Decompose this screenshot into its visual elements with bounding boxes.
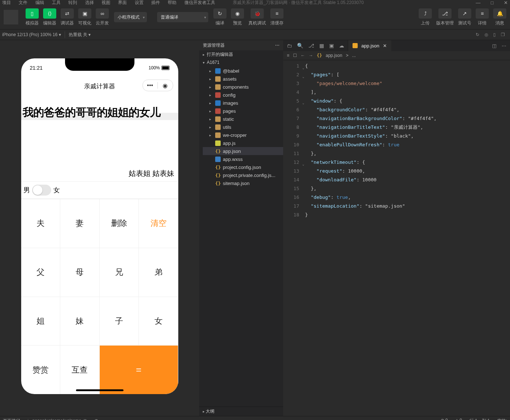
messages-button[interactable]: 🔔消息 bbox=[493, 8, 506, 26]
tree-item-app-js[interactable]: app.js bbox=[203, 139, 283, 147]
mode-select[interactable]: 小程序模式▾ bbox=[114, 12, 147, 22]
cursor-position[interactable]: 行 1，列 1 bbox=[469, 418, 490, 420]
device-select[interactable]: iPhone 12/13 (Pro) 100% 16 ▾ bbox=[2, 32, 61, 37]
compile-select[interactable]: 普通编译▾ bbox=[157, 12, 208, 22]
search-icon[interactable]: 🔍 bbox=[297, 43, 303, 49]
extensions-icon[interactable]: ▦ bbox=[319, 43, 324, 49]
menu-item[interactable]: 设置 bbox=[135, 0, 144, 5]
menu-item[interactable]: 界面 bbox=[118, 0, 127, 5]
tree-item-static[interactable]: ▸static bbox=[203, 115, 283, 123]
compile-button[interactable]: ↻编译 bbox=[213, 8, 227, 26]
git-branch-icon[interactable]: ⎇ bbox=[308, 43, 314, 49]
menu-item[interactable]: 帮助 bbox=[168, 0, 176, 5]
menu-item[interactable]: 转到 bbox=[68, 0, 77, 5]
menu-item[interactable]: 微信开发者工具 bbox=[184, 0, 215, 5]
tree-item--babel[interactable]: ▸@babel bbox=[203, 67, 283, 75]
tree-item-config[interactable]: ▸config bbox=[203, 91, 283, 99]
page-path-label[interactable]: 页面路径 ▾ bbox=[3, 418, 24, 420]
key-daughter[interactable]: 女 bbox=[139, 297, 178, 346]
simulator-button[interactable]: ▯模拟器 bbox=[26, 8, 39, 26]
file-explorer-icon[interactable]: 🗀 bbox=[287, 43, 292, 49]
key-son[interactable]: 子 bbox=[100, 297, 139, 346]
key-younger-sister[interactable]: 妹 bbox=[60, 297, 100, 346]
key-swap[interactable]: 互查 bbox=[60, 345, 100, 394]
key-mother[interactable]: 母 bbox=[60, 248, 100, 297]
capsule-more-icon[interactable]: ••• bbox=[143, 82, 158, 89]
key-delete[interactable]: 删除 bbox=[100, 199, 139, 248]
gender-toggle[interactable] bbox=[32, 185, 51, 196]
hot-reload-select[interactable]: 热重载 关 ▾ bbox=[69, 32, 91, 38]
key-elder-brother[interactable]: 兄 bbox=[100, 248, 139, 297]
indent[interactable]: 空格: bbox=[497, 418, 507, 420]
key-wife[interactable]: 妻 bbox=[60, 199, 100, 248]
clear-cache-button[interactable]: ≡清缓存 bbox=[270, 8, 283, 26]
tree-item-sitemap-json[interactable]: {}sitemap.json bbox=[203, 179, 283, 187]
menu-item[interactable]: 工具 bbox=[52, 0, 61, 5]
back-icon[interactable]: ← bbox=[301, 53, 305, 58]
breadcrumb-file[interactable]: app.json bbox=[326, 53, 342, 58]
cloud-button[interactable]: ∞云开发 bbox=[96, 8, 109, 26]
tree-item-components[interactable]: ▸components bbox=[203, 83, 283, 91]
window-close-icon[interactable]: ✕ bbox=[504, 0, 508, 5]
menu-item[interactable]: 视图 bbox=[102, 0, 110, 5]
tree-item-images[interactable]: ▸images bbox=[203, 99, 283, 107]
capsule-close-icon[interactable]: ◉ bbox=[158, 82, 173, 89]
capsule-button[interactable]: •••◉ bbox=[142, 80, 173, 91]
debugger-button[interactable]: ⇄调试器 bbox=[61, 8, 74, 26]
tree-item-app-wxss[interactable]: app.wxss bbox=[203, 155, 283, 163]
tree-item-we-cropper[interactable]: ▸we-cropper bbox=[203, 131, 283, 139]
breadcrumb-more[interactable]: ... bbox=[352, 53, 356, 58]
page-path[interactable]: pages/welcome/welcome bbox=[32, 418, 81, 420]
menu-item[interactable]: 选择 bbox=[85, 0, 94, 5]
key-clear[interactable]: 清空 bbox=[139, 199, 178, 248]
cloud-icon[interactable]: ☁ bbox=[339, 43, 344, 49]
window-minimize-icon[interactable]: — bbox=[476, 0, 480, 5]
menu-item[interactable]: 编辑 bbox=[35, 0, 44, 5]
toc-icon[interactable]: ≡ bbox=[287, 53, 289, 58]
testid-button[interactable]: ↗测试号 bbox=[458, 8, 471, 26]
open-editors-section[interactable]: 打开的编辑器 bbox=[199, 50, 283, 59]
menu-item[interactable]: 文件 bbox=[19, 0, 27, 5]
version-button[interactable]: ⎇版本管理 bbox=[436, 8, 454, 26]
key-husband[interactable]: 夫 bbox=[21, 199, 61, 248]
tree-item-app-json[interactable]: {}app.json bbox=[203, 147, 283, 155]
project-section[interactable]: A1671 bbox=[199, 59, 283, 66]
split-editor-icon[interactable]: ◫ bbox=[492, 43, 496, 49]
project-avatar[interactable] bbox=[4, 10, 18, 24]
remote-debug-button[interactable]: 🐞真机调试 bbox=[248, 8, 266, 26]
details-button[interactable]: ≡详情 bbox=[476, 8, 489, 26]
popout-icon[interactable]: ❐ bbox=[501, 32, 505, 37]
problems-errors[interactable]: ⊘ 0 bbox=[441, 418, 448, 420]
editor-button[interactable]: ⟨⟩编辑器 bbox=[43, 8, 56, 26]
tree-item-project-config-json[interactable]: {}project.config.json bbox=[203, 163, 283, 171]
tree-item-project-private-config-js-[interactable]: {}project.private.config.js... bbox=[203, 171, 283, 179]
upload-button[interactable]: ⤴上传 bbox=[419, 8, 432, 26]
menu-item[interactable]: 插件 bbox=[151, 0, 160, 5]
copy-path-icon[interactable]: ⧉ bbox=[84, 418, 87, 420]
forward-icon[interactable]: → bbox=[309, 53, 313, 58]
outline-section[interactable]: 大纲 bbox=[199, 406, 283, 416]
deviceframe-icon[interactable]: ▯ bbox=[493, 32, 496, 37]
eye-icon[interactable]: 👁 bbox=[94, 418, 99, 420]
key-younger-brother[interactable]: 弟 bbox=[139, 248, 178, 297]
refresh-icon[interactable]: ↻ bbox=[476, 32, 479, 37]
key-father[interactable]: 父 bbox=[21, 248, 61, 297]
tree-item-pages[interactable]: ▸pages bbox=[203, 107, 283, 115]
tab-close-icon[interactable]: ✕ bbox=[383, 43, 387, 49]
key-tip[interactable]: 赞赏 bbox=[21, 345, 61, 394]
visual-button[interactable]: ▣可视化 bbox=[78, 8, 91, 26]
run-icon[interactable]: ▣ bbox=[329, 43, 334, 49]
more-status-icon[interactable]: ⋯ bbox=[104, 418, 108, 420]
key-equals[interactable]: = bbox=[100, 345, 178, 394]
tab-app-json[interactable]: {} app.json ✕ bbox=[348, 40, 391, 51]
editor-more-icon[interactable]: ⋯ bbox=[502, 43, 506, 49]
tree-item-assets[interactable]: ▸assets bbox=[203, 75, 283, 83]
explorer-more-icon[interactable]: ⋯ bbox=[275, 43, 279, 48]
record-icon[interactable]: ◎ bbox=[484, 32, 488, 37]
tree-item-utils[interactable]: ▸utils bbox=[203, 123, 283, 131]
menu-item[interactable]: 项目 bbox=[2, 0, 11, 5]
preview-button[interactable]: ◉预览 bbox=[231, 8, 244, 26]
key-elder-sister[interactable]: 姐 bbox=[21, 297, 61, 346]
problems-warnings[interactable]: △ 0 bbox=[455, 418, 462, 420]
bookmark-icon[interactable]: ☐ bbox=[293, 53, 297, 58]
